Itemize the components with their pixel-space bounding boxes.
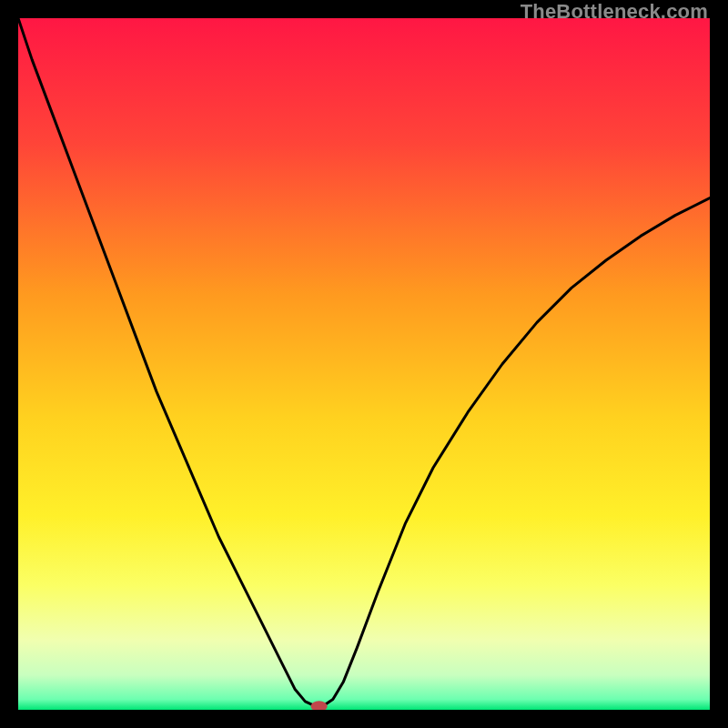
chart-svg <box>18 18 710 710</box>
watermark-text: TheBottleneck.com <box>521 0 708 24</box>
chart-frame <box>18 18 710 710</box>
chart-background <box>18 18 710 710</box>
